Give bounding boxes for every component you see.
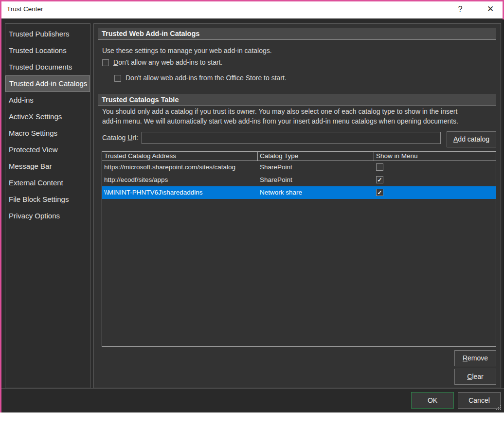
catalog-type-cell: SharePoint <box>258 174 374 186</box>
catalog-address-cell: \\MININT-PHNTV6J\sharedaddins <box>102 186 258 199</box>
table-row[interactable]: https://microsoft.sharepoint.com/sites/c… <box>102 161 496 174</box>
table-header-row: Trusted Catalog Address Catalog Type Sho… <box>102 152 496 161</box>
footer-bar: OK Cancel <box>0 389 504 412</box>
highlight-border-top <box>0 0 504 1</box>
sidebar-item-message-bar[interactable]: Message Bar <box>5 158 90 175</box>
show-in-menu-checkbox[interactable] <box>376 163 383 171</box>
trusted-catalogs-table: Trusted Catalog Address Catalog Type Sho… <box>102 151 496 347</box>
title-bar: Trust Center ? ✕ <box>0 0 504 18</box>
clear-button[interactable]: Clear <box>454 369 496 385</box>
close-icon[interactable]: ✕ <box>482 2 499 17</box>
show-in-menu-checkbox[interactable]: ✓ <box>376 189 383 196</box>
settings-panel: Trusted Web Add-in Catalogs Use these se… <box>93 23 501 388</box>
catalogs-table-section-header: Trusted Catalogs Table <box>98 94 496 106</box>
catalog-url-label: Catalog Url: <box>102 134 138 142</box>
remove-button[interactable]: Remove <box>454 350 496 366</box>
show-in-menu-checkbox[interactable]: ✓ <box>376 176 383 183</box>
sidebar-item-trusted-locations[interactable]: Trusted Locations <box>5 42 90 59</box>
sidebar-item-addins[interactable]: Add-ins <box>5 92 90 108</box>
add-catalog-button[interactable]: Add catalog <box>447 131 496 147</box>
dont-allow-any-webaddins-label[interactable]: Don't allow any web add-ins to start. <box>113 58 222 66</box>
sidebar-item-macro-settings[interactable]: Macro Settings <box>5 125 90 142</box>
cancel-button[interactable]: Cancel <box>458 392 501 409</box>
column-header-catalog-type[interactable]: Catalog Type <box>258 152 374 161</box>
sidebar-item-activex-settings[interactable]: ActiveX Settings <box>5 108 90 125</box>
table-row[interactable]: \\MININT-PHNTV6J\sharedaddins Network sh… <box>102 186 496 199</box>
category-list: Trusted Publishers Trusted Locations Tru… <box>5 23 90 388</box>
catalog-address-cell: https://microsoft.sharepoint.com/sites/c… <box>102 161 258 174</box>
column-header-address[interactable]: Trusted Catalog Address <box>102 152 258 161</box>
column-header-show-in-menu[interactable]: Show in Menu <box>374 152 496 161</box>
trust-center-dialog: Trust Center ? ✕ Trusted Publishers Trus… <box>0 0 504 412</box>
catalog-type-cell: SharePoint <box>258 161 374 174</box>
catalogs-description-line2: add-in menu. We will automatically start… <box>102 117 458 125</box>
sidebar-item-file-block-settings[interactable]: File Block Settings <box>5 191 90 208</box>
ok-button[interactable]: OK <box>411 392 454 409</box>
dont-allow-store-webaddins-label[interactable]: Don't allow web add-ins from the Office … <box>126 74 287 82</box>
sidebar-item-trusted-addin-catalogs[interactable]: Trusted Add-in Catalogs <box>5 75 90 92</box>
sidebar-item-trusted-publishers[interactable]: Trusted Publishers <box>5 26 90 42</box>
catalog-address-cell: http://ecodf/sites/apps <box>102 174 258 186</box>
highlight-border-left <box>0 0 1 412</box>
catalog-type-cell: Network share <box>258 186 374 199</box>
resize-grip-icon[interactable] <box>500 409 501 410</box>
catalogs-description-line1: You should only add a catalog if you tru… <box>102 108 457 115</box>
web-addin-section-header: Trusted Web Add-in Catalogs <box>98 28 496 40</box>
sidebar-item-protected-view[interactable]: Protected View <box>5 142 90 158</box>
screen: Trust Center ? ✕ Trusted Publishers Trus… <box>0 0 504 430</box>
sidebar-item-privacy-options[interactable]: Privacy Options <box>5 208 90 224</box>
catalog-url-input[interactable] <box>142 132 441 144</box>
help-icon[interactable]: ? <box>452 2 468 17</box>
table-row[interactable]: http://ecodf/sites/apps SharePoint ✓ <box>102 174 496 186</box>
dont-allow-store-webaddins-checkbox[interactable] <box>114 75 121 82</box>
sidebar-item-external-content[interactable]: External Content <box>5 175 90 191</box>
sidebar-item-trusted-documents[interactable]: Trusted Documents <box>5 59 90 75</box>
dialog-title: Trust Center <box>7 0 43 18</box>
dont-allow-any-webaddins-checkbox[interactable] <box>102 59 109 66</box>
web-addin-intro-text: Use these settings to manage your web ad… <box>102 47 272 54</box>
